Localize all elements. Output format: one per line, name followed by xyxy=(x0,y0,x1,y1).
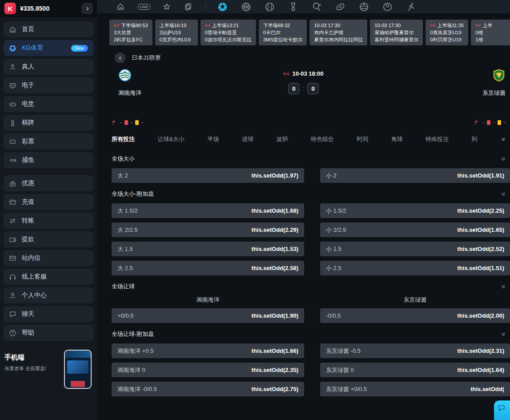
match-card[interactable]: 上半场13:210普瑞卡帕提亚0波尔塔瓦沃尔斯克拉 xyxy=(201,20,256,45)
collapse-section-button[interactable] xyxy=(500,331,506,337)
odds-button[interactable]: 小 2.5this.setOdd(1.51) xyxy=(320,261,510,275)
tab-corners[interactable]: 角球 xyxy=(391,135,403,143)
sidebar-item-home[interactable]: 首页 xyxy=(4,21,93,37)
bet-label: 小 2 xyxy=(326,172,337,180)
match-card-team2: 2科罗拉多FC xyxy=(114,36,148,43)
sidebar-item-label: 个人中心 xyxy=(22,291,47,299)
rugby-sport-icon[interactable] xyxy=(335,2,345,12)
away-team-name: 东京绿茵 xyxy=(482,89,506,97)
odds-button[interactable]: 大 1.5/2this.setOdd(1.68) xyxy=(112,203,304,218)
chat-support-fab[interactable] xyxy=(494,400,510,420)
sidebar-item-transfer[interactable]: 转账 xyxy=(4,213,93,229)
matches-list-icon[interactable] xyxy=(184,3,192,11)
sidebar-item-inbox[interactable]: 站内信 xyxy=(4,250,93,266)
double-chevron-down-icon xyxy=(500,283,506,290)
odds-button[interactable]: 东京绿茵 +0/0.5this.setOdd( xyxy=(320,382,510,396)
odds-button[interactable]: 大 2/2.5this.setOdd(2.29) xyxy=(112,222,304,237)
sidebar-item-label: 优惠 xyxy=(22,179,34,187)
sidebar-item-esports[interactable]: 电竞 xyxy=(4,96,93,112)
odds-button[interactable]: 小 1.5/2this.setOdd(2.25) xyxy=(320,203,510,218)
sidebar-item-online-service[interactable]: 线上客服 xyxy=(4,269,93,285)
brand-logo[interactable]: K xyxy=(4,3,16,14)
sidebar-item-slots[interactable]: 电子 xyxy=(4,77,93,93)
match-card-team2: 0波尔塔瓦沃尔斯克拉 xyxy=(205,36,252,43)
wallet-icon xyxy=(9,236,16,243)
sidebar-collapse-button[interactable] xyxy=(82,3,92,14)
match-card[interactable]: 上半场11:260奥洛莫茨U190利贝雷茨U19 xyxy=(426,20,468,45)
tab-handicap-ou[interactable]: 让球&大小 xyxy=(157,135,185,143)
favorites-star-icon[interactable] xyxy=(163,3,171,11)
tab-correct-score[interactable]: 波胆 xyxy=(276,135,288,143)
tab-special-combo[interactable]: 特色组合 xyxy=(311,135,334,143)
collapse-section-button[interactable] xyxy=(500,191,506,197)
bet-odd: this.setOdd(1.90) xyxy=(252,312,298,319)
odds-button[interactable]: 湘南海洋 +0.5this.setOdd(1.66) xyxy=(112,343,304,358)
score: 0 : 0 xyxy=(288,83,319,94)
league-row: 日本J1联赛 xyxy=(115,52,510,63)
top-sports-bar: LIVE xyxy=(97,0,510,13)
sidebar-item-fishing[interactable]: 捕鱼 xyxy=(4,152,93,168)
tab-special-bets[interactable]: 特殊投注 xyxy=(426,135,449,143)
tab-goals[interactable]: 进球 xyxy=(242,135,253,143)
tabs-more-button[interactable] xyxy=(500,136,506,142)
sidebar-item-withdraw[interactable]: 提款 xyxy=(4,231,93,247)
match-card[interactable]: 10-03 17:30布内卡兰萨维夏普尔布内阿拉拉阿拉 xyxy=(309,20,367,45)
bet-label: 湘南海洋 -0/0.5 xyxy=(117,385,157,393)
odds-button[interactable]: 小 2this.setOdd(1.91) xyxy=(320,168,510,183)
match-card[interactable]: 10-03 17:30霍德哈萨隆夏普尔基利亚特阿娜夏普尔 xyxy=(370,20,423,45)
back-button[interactable] xyxy=(115,52,125,63)
score-separator: : xyxy=(303,85,304,92)
badminton-sport-icon[interactable] xyxy=(288,2,298,12)
match-card[interactable]: 上半场16:102比萨U190克罗托内U19 xyxy=(155,20,198,45)
sidebar-item-board-games[interactable]: 棋牌 xyxy=(4,115,93,131)
soccer-sport-icon[interactable] xyxy=(217,2,228,12)
collapse-section-button[interactable] xyxy=(500,156,506,162)
away-score: 0 xyxy=(307,83,319,94)
sidebar-item-promotions[interactable]: 优惠 xyxy=(4,175,93,191)
baseball-sport-icon[interactable] xyxy=(265,2,275,12)
bet-label: 大 2.5 xyxy=(117,264,133,272)
odds-button[interactable]: +0/0.5this.setOdd(1.90) xyxy=(112,308,304,323)
sidebar-item-live-casino[interactable]: 真人 xyxy=(4,59,93,75)
table-tennis-sport-icon[interactable] xyxy=(312,2,322,12)
odds-button[interactable]: 东京绿茵 0this.setOdd(1.64) xyxy=(320,363,510,377)
billiards-sport-icon[interactable] xyxy=(382,2,393,12)
odds-button[interactable]: 东京绿茵 -0.5this.setOdd(2.31) xyxy=(320,343,510,358)
basketball-sport-icon[interactable] xyxy=(241,2,251,12)
collapse-section-button[interactable] xyxy=(500,283,506,290)
match-card[interactable]: 下半场90:533大坎普2科罗拉多FC xyxy=(109,20,153,45)
sidebar-item-help[interactable]: 帮助 xyxy=(4,325,93,341)
tab-all-bets[interactable]: 所有投注 xyxy=(112,135,135,143)
odds-button[interactable]: 湘南海洋 0this.setOdd(2.35) xyxy=(112,363,304,377)
match-info: 10-03 18:00 0 : 0 xyxy=(97,68,510,94)
odds-button[interactable]: 小 1.5this.setOdd(2.52) xyxy=(320,242,510,256)
home-score: 0 xyxy=(288,83,300,94)
broadcast-icon xyxy=(475,23,481,28)
sidebar-item-kg-sports[interactable]: KG体育New xyxy=(4,40,93,56)
bet-row: 大 1.5this.setOdd(1.53)小 1.5this.setOdd(2… xyxy=(112,242,510,256)
mobile-promo[interactable]: 手机端 海量赛事 全面覆盖! xyxy=(4,351,92,392)
athletics-sport-icon[interactable] xyxy=(406,2,416,12)
odds-button[interactable]: 大 1.5this.setOdd(1.53) xyxy=(112,242,304,256)
live-nav-chip[interactable]: LIVE xyxy=(138,4,150,10)
volleyball-sport-icon[interactable] xyxy=(359,2,369,12)
sidebar-item-chat[interactable]: 聊天 xyxy=(4,306,93,322)
bet-label: 小 2.5 xyxy=(326,264,341,272)
bet-section-header: 全场大小 xyxy=(112,152,510,166)
odds-button[interactable]: 湘南海洋 -0/0.5this.setOdd(2.75) xyxy=(112,382,304,396)
match-card[interactable]: 上半0维1维 xyxy=(471,20,510,45)
match-card[interactable]: 下半场68:320卡巴尔3MS提拉哈卡默尔 xyxy=(259,20,307,45)
tab-half[interactable]: 半场 xyxy=(208,135,219,143)
odds-button[interactable]: -0/0.5this.setOdd(2.00) xyxy=(320,308,510,323)
tab-time[interactable]: 时间 xyxy=(357,135,368,143)
odds-button[interactable]: 大 2this.setOdd(1.97) xyxy=(112,168,304,183)
sidebar-item-lottery[interactable]: 彩票 xyxy=(4,133,93,149)
sidebar-item-profile[interactable]: 个人中心 xyxy=(4,287,93,303)
odds-button[interactable]: 小 2/2.5this.setOdd(1.65) xyxy=(320,222,510,237)
odds-button[interactable]: 大 2.5this.setOdd(2.58) xyxy=(112,261,304,275)
tab-partial[interactable]: 到 xyxy=(471,135,477,143)
home-nav-icon[interactable] xyxy=(116,3,124,11)
sidebar-item-label: 电子 xyxy=(22,81,34,89)
sidebar-item-deposit[interactable]: 充值 xyxy=(4,194,93,210)
bet-odd: this.setOdd( xyxy=(470,386,504,392)
